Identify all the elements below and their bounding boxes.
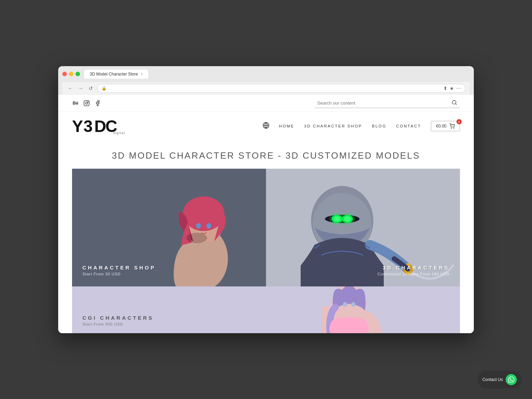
wordpress-icon[interactable] (263, 122, 269, 131)
cgi-characters-subtitle: Start From 900 USD (82, 322, 154, 326)
bookmark-icon[interactable]: ★ (450, 86, 454, 91)
cgi-characters-title: CGI CHARACTERS (82, 315, 154, 321)
search-bar[interactable] (314, 98, 460, 108)
shop-link[interactable]: 3D CHARACTER SHOP (304, 124, 362, 128)
facebook-icon[interactable] (94, 100, 101, 107)
behance-icon[interactable]: Bé (72, 100, 79, 107)
home-link[interactable]: HOME (279, 124, 295, 128)
character-shop-card[interactable]: CHARACTER SHOP Start From 30 USD (72, 169, 266, 286)
browser-tabs: 3D Model Character Store × (84, 70, 470, 79)
cart-icon (449, 123, 455, 129)
character-shop-subtitle: Start From 30 USD (82, 272, 156, 276)
svg-line-4 (455, 104, 456, 105)
svg-point-19 (186, 233, 207, 243)
close-traffic-light[interactable] (62, 72, 67, 76)
svg-text:3: 3 (83, 117, 93, 135)
cart-badge: 0 (456, 119, 462, 124)
search-button[interactable] (452, 100, 457, 106)
svg-point-16 (183, 196, 224, 231)
featured-cards-grid: CHARACTER SHOP Start From 30 USD (72, 169, 460, 286)
social-icons: Bé (72, 100, 101, 107)
forward-button[interactable]: → (77, 85, 85, 92)
page-title: 3D MODEL CHARACTER STORE - 3D CUSTOMIZED… (65, 150, 467, 161)
cgi-characters-overlay: CGI CHARACTERS Start From 900 USD (82, 315, 154, 326)
svg-point-18 (206, 223, 211, 229)
svg-point-29 (340, 213, 355, 225)
svg-point-34 (343, 302, 347, 307)
cart-button[interactable]: €0.00 0 (431, 121, 460, 131)
refresh-button[interactable]: ↺ (87, 85, 94, 92)
whatsapp-icon[interactable] (506, 374, 517, 385)
site-logo[interactable]: Y 3 D C digital (72, 117, 129, 136)
svg-point-12 (454, 128, 454, 128)
fullscreen-traffic-light[interactable] (76, 72, 80, 76)
browser-chrome: 3D Model Character Store × ← → ↺ 🔒 ⬆ ★ ⋯ (58, 66, 474, 95)
instagram-icon[interactable] (83, 100, 90, 107)
tab-close-button[interactable]: × (141, 72, 143, 76)
browser-window: 3D Model Character Store × ← → ↺ 🔒 ⬆ ★ ⋯ (58, 66, 474, 333)
address-bar[interactable]: 🔒 ⬆ ★ ⋯ (97, 84, 466, 93)
cgi-characters-section[interactable]: CGI CHARACTERS Start From 900 USD (72, 286, 460, 333)
3d-characters-title: 3D CHARACTERS (378, 265, 450, 271)
svg-point-2 (88, 101, 88, 102)
address-lock-icon: 🔒 (101, 86, 107, 91)
browser-toolbar: ← → ↺ 🔒 ⬆ ★ ⋯ (62, 81, 470, 95)
cart-price: €0.00 (436, 124, 446, 128)
contact-us-label: Contact Us (482, 377, 503, 382)
navigation-bar: Y 3 D C digital (58, 112, 474, 141)
browser-tab[interactable]: 3D Model Character Store × (84, 70, 148, 79)
whatsapp-svg (508, 376, 514, 383)
3d-characters-overlay: 3D CHARACTERS Customized Designs From 18… (378, 265, 450, 276)
minimize-traffic-light[interactable] (69, 72, 73, 76)
character-shop-overlay: CHARACTER SHOP Start From 30 USD (82, 265, 156, 276)
tab-title: 3D Model Character Store (90, 72, 138, 77)
share-icon[interactable]: ⬆ (443, 86, 447, 91)
blog-link[interactable]: BLOG (372, 124, 387, 128)
svg-text:Y: Y (72, 117, 83, 135)
page-title-section: 3D MODEL CHARACTER STORE - 3D CUSTOMIZED… (58, 141, 474, 169)
svg-point-11 (451, 128, 451, 128)
address-bar-icons: ⬆ ★ ⋯ (443, 86, 461, 91)
back-button[interactable]: ← (66, 85, 74, 92)
svg-point-35 (351, 302, 355, 307)
svg-text:digital: digital (113, 132, 125, 135)
browser-titlebar: 3D Model Character Store × (62, 70, 470, 79)
search-input[interactable] (317, 100, 452, 106)
logo-svg: Y 3 D C digital (72, 117, 129, 136)
3d-characters-subtitle: Customized Designs From 180 USD (378, 272, 450, 276)
contact-float-button[interactable]: Contact Us (478, 371, 522, 389)
traffic-lights (62, 72, 80, 76)
top-bar: Bé (58, 95, 474, 112)
nav-links: HOME 3D CHARACTER SHOP BLOG CONTACT €0.0… (263, 121, 460, 131)
svg-rect-0 (84, 100, 89, 106)
svg-point-17 (196, 223, 201, 229)
more-icon[interactable]: ⋯ (456, 86, 461, 91)
character-shop-title: CHARACTER SHOP (82, 265, 156, 271)
svg-point-1 (86, 102, 88, 104)
website-content: Bé (58, 95, 474, 333)
3d-characters-card[interactable]: 3D CHARACTERS Customized Designs From 18… (266, 169, 460, 286)
contact-link[interactable]: CONTACT (396, 124, 421, 128)
svg-text:D: D (94, 117, 106, 135)
